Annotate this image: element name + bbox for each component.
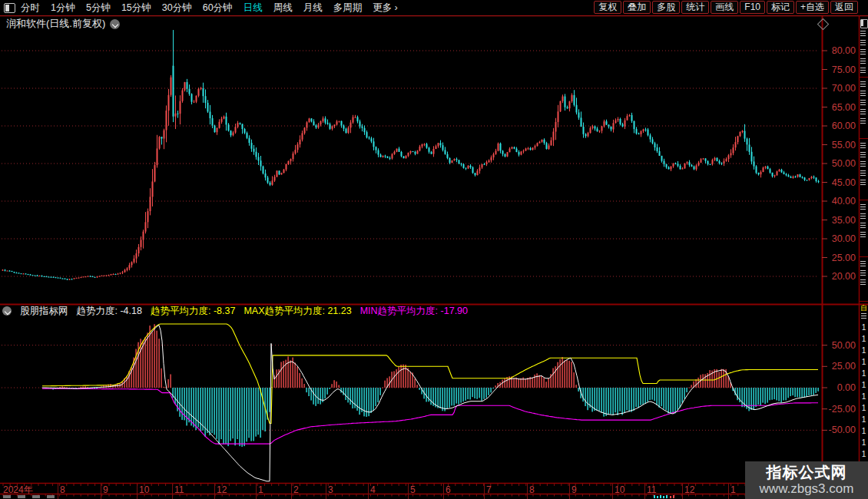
- nav-item-10[interactable]: 更多 ›: [373, 0, 398, 15]
- nav-item-7[interactable]: 周线: [273, 0, 293, 15]
- time-axis-label: 9: [571, 485, 577, 494]
- right-strip-vertical-text: [860, 204, 866, 238]
- strip-numeral: 1: [860, 437, 868, 448]
- indicator-header: 股朋指标网 趋势力度: -4.18趋势平均力度: -8.37MAX趋势平均力度:…: [2, 306, 468, 316]
- main-candlestick-chart[interactable]: [0, 0, 868, 499]
- indicator-axis-label: -50.00: [828, 425, 856, 435]
- time-axis-label: 1: [258, 485, 263, 494]
- toolbar-button-0[interactable]: 复权: [594, 1, 621, 14]
- topbar-nav: 分时1分钟5分钟15分钟30分钟60分钟日线周线月线多周期更多 ›: [21, 0, 398, 15]
- time-axis-label: 3: [328, 485, 333, 494]
- indicator-axis-label: 25.00: [828, 361, 856, 372]
- indicator-value-3: MIN趋势平均力度: -17.90: [360, 305, 468, 318]
- strip-numeral: 1: [860, 391, 868, 402]
- indicator-source-label: 股朋指标网: [20, 305, 68, 318]
- indicator-values: 趋势力度: -4.18趋势平均力度: -8.37MAX趋势平均力度: 21.23…: [77, 305, 469, 318]
- indicator-value-0: 趋势力度: -4.18: [77, 305, 142, 318]
- time-axis-label: 6: [446, 485, 451, 494]
- time-axis-label: 8: [529, 485, 535, 494]
- nav-item-5[interactable]: 60分钟: [203, 0, 233, 15]
- price-label: 55.00: [828, 140, 856, 150]
- watermark-title: 指标公式网: [745, 463, 868, 481]
- indicator-axis-label: 50.00: [828, 340, 856, 351]
- watermark-url: www.zbgs3.com: [745, 481, 868, 497]
- nav-item-0[interactable]: 分时: [21, 0, 40, 15]
- right-strip-vertical-text: [860, 31, 866, 74]
- top-toolbar: 分时1分钟5分钟15分钟30分钟60分钟日线周线月线多周期更多 › 复权叠加多股…: [0, 0, 868, 15]
- toolbar-button-1[interactable]: 叠加: [623, 1, 651, 14]
- indicator-value-1: 趋势平均力度: -8.37: [151, 305, 235, 318]
- chevron-down-icon[interactable]: [110, 19, 120, 29]
- time-axis-label: 11: [647, 485, 656, 494]
- strip-glyph: [861, 313, 866, 319]
- strip-numeral: 1: [860, 448, 868, 460]
- bottom-pane-sliver: [3, 495, 55, 498]
- indicator-collapse-icon[interactable]: [2, 306, 12, 316]
- price-label: 75.00: [828, 64, 856, 75]
- toolbar-button-3[interactable]: 统计: [681, 1, 709, 14]
- strip-numeral: 1: [860, 368, 868, 379]
- time-axis-label: 12: [684, 485, 694, 494]
- topbar-buttons: 复权叠加多股统计画线F10标记+自选返回: [594, 1, 858, 14]
- time-axis-label: 5: [410, 485, 416, 494]
- time-axis-label: 4: [370, 485, 376, 494]
- title-row: 润和软件(日线.前复权): [6, 18, 120, 30]
- right-strip-numerals: 111111111111: [860, 322, 868, 460]
- toolbar-button-6[interactable]: 标记: [767, 1, 794, 14]
- strip-numeral: 1: [860, 322, 868, 333]
- time-axis-label: 10: [139, 485, 149, 494]
- toolbar-button-5[interactable]: F10: [740, 1, 765, 14]
- strip-numeral: 1: [860, 425, 868, 437]
- indicator-axis-label: -25.00: [828, 404, 856, 415]
- strip-numeral: 1: [860, 345, 868, 356]
- time-axis-label: 8: [60, 485, 65, 494]
- strip-numeral: 1: [860, 356, 868, 368]
- strip-divider: [860, 138, 868, 139]
- strip-numeral: 1: [860, 379, 868, 391]
- nav-item-1[interactable]: 1分钟: [51, 0, 75, 15]
- nav-item-3[interactable]: 15分钟: [121, 0, 151, 15]
- nav-item-2[interactable]: 5分钟: [86, 0, 111, 15]
- time-axis-label: 11: [174, 485, 184, 494]
- right-strip: 自 111111111111: [860, 0, 868, 499]
- right-strip-vertical-text: [860, 261, 866, 286]
- strip-divider: [860, 256, 868, 257]
- time-axis-label: 10: [615, 485, 624, 494]
- nav-item-9[interactable]: 多周期: [333, 0, 363, 15]
- price-label: 25.00: [828, 253, 856, 263]
- price-label: 30.00: [828, 233, 856, 244]
- toolbar-button-7[interactable]: +自选: [796, 1, 829, 14]
- price-label: 40.00: [828, 196, 856, 207]
- strip-yellow-char: 自: [860, 304, 867, 312]
- strip-divider: [860, 200, 868, 200]
- time-axis-label: 2: [293, 485, 299, 494]
- price-label: 60.00: [828, 121, 856, 131]
- time-axis-label: 1: [731, 485, 736, 494]
- time-axis-label: 9: [103, 485, 108, 494]
- price-label: 80.00: [828, 45, 856, 56]
- page-title: 润和软件(日线.前复权): [6, 17, 105, 31]
- strip-divider: [860, 77, 868, 78]
- toolbar-button-4[interactable]: 画线: [711, 1, 738, 14]
- strip-numeral: 1: [860, 414, 868, 425]
- time-axis-label: 12: [217, 485, 227, 494]
- price-label: 50.00: [828, 158, 856, 169]
- nav-item-6[interactable]: 日线: [244, 0, 263, 15]
- nav-item-8[interactable]: 月线: [303, 0, 323, 15]
- toolbar-button-2[interactable]: 多股: [652, 1, 680, 14]
- right-strip-vertical-text: [860, 81, 866, 124]
- right-strip-vertical-text: [860, 143, 866, 186]
- toolbar-button-8[interactable]: 返回: [830, 1, 858, 14]
- trading-app-window: 分时1分钟5分钟15分钟30分钟60分钟日线周线月线多周期更多 › 复权叠加多股…: [0, 0, 868, 499]
- time-axis-label: 2024年: [3, 485, 33, 494]
- window-panel-icon[interactable]: [4, 3, 15, 13]
- indicator-axis-label: 0.00: [828, 382, 856, 393]
- price-label: 65.00: [828, 102, 856, 113]
- time-axis-label: 7: [486, 485, 492, 494]
- nav-item-4[interactable]: 30分钟: [162, 0, 192, 15]
- strip-divider: [860, 301, 868, 302]
- price-label: 70.00: [828, 83, 856, 94]
- price-label: 45.00: [828, 177, 856, 188]
- strip-numeral: 1: [860, 402, 868, 414]
- watermark: 指标公式网 www.zbgs3.com: [745, 461, 868, 499]
